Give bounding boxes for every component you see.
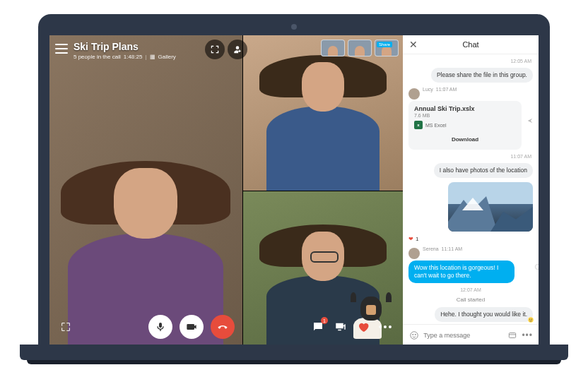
svg-point-8 xyxy=(415,334,416,335)
reaction-count: 1 xyxy=(416,236,418,242)
message-time: 11:11 AM xyxy=(442,246,463,259)
emoji-icon[interactable] xyxy=(408,329,419,342)
sender-name: Lucy xyxy=(423,87,433,100)
call-subtitle: 5 people in the call 1:48:25 | ▦ Gallery xyxy=(74,54,176,60)
attach-icon[interactable] xyxy=(507,329,517,342)
view-mode[interactable]: Gallery xyxy=(158,54,176,60)
video-tile-top-right[interactable] xyxy=(242,35,403,191)
chat-messages[interactable]: 12:05 AM Please share the file in this g… xyxy=(403,54,539,324)
chat-badge: 1 xyxy=(321,317,328,324)
reaction-row[interactable]: ❤ 1 xyxy=(408,236,533,242)
more-options-button[interactable]: ••• xyxy=(377,318,394,335)
input-more-icon[interactable]: ••• xyxy=(522,329,533,342)
grid-icon: ▦ xyxy=(150,54,155,60)
message-bubble[interactable]: Hehe. I thought you would like it. xyxy=(435,307,533,322)
heart-icon: ❤ xyxy=(408,236,413,242)
message-bubble[interactable]: Wow this location is gorgeous! I can't w… xyxy=(408,261,514,283)
file-size: 7.6 MB xyxy=(414,113,516,118)
file-type: x MS Excel xyxy=(414,121,516,129)
message-row: Hehe. I thought you would like it. xyxy=(408,307,533,322)
save-icon[interactable] xyxy=(526,105,534,114)
top-center-controls xyxy=(205,40,247,59)
message-bubble[interactable]: Please share the file in this group. xyxy=(431,68,533,83)
message-row xyxy=(408,182,533,232)
snap-frame-button[interactable] xyxy=(205,40,225,59)
photo-attachment[interactable] xyxy=(448,182,533,232)
pip-thumbnail[interactable] xyxy=(321,40,345,56)
excel-icon: x xyxy=(414,121,423,129)
avatar[interactable] xyxy=(408,248,420,259)
pip-strip xyxy=(321,40,399,56)
chat-header: ✕ Chat xyxy=(403,35,539,54)
message-time: 12:05 AM xyxy=(408,59,533,64)
pip-thumbnail-share[interactable] xyxy=(375,40,399,56)
fullscreen-icon[interactable] xyxy=(58,319,74,335)
reaction-heart-button[interactable] xyxy=(355,318,372,335)
chat-panel: ✕ Chat 12:05 AM Please share the file in… xyxy=(403,35,539,346)
react-icon[interactable] xyxy=(527,316,536,324)
video-grid: Ski Trip Plans 5 people in the call 1:48… xyxy=(49,35,403,346)
laptop-base xyxy=(20,345,568,360)
end-call-button[interactable] xyxy=(211,315,235,339)
download-button[interactable]: Download xyxy=(414,133,516,145)
app-screen: Ski Trip Plans 5 people in the call 1:48… xyxy=(49,35,539,346)
mic-button[interactable] xyxy=(148,315,172,339)
message-time: 11:07 AM xyxy=(436,87,457,100)
file-attachment-card[interactable]: Annual Ski Trip.xslx 7.6 MB x MS Excel D… xyxy=(408,101,522,150)
sender-name: Serena xyxy=(423,246,439,259)
message-row: Lucy 11:07 AM Annual Ski Trip.xslx 7.6 M… xyxy=(408,87,533,150)
camera-button[interactable] xyxy=(180,315,204,339)
svg-point-0 xyxy=(535,264,539,270)
message-row: Serena 11:11 AM Wow this location is gor… xyxy=(408,246,533,283)
svg-point-7 xyxy=(412,334,413,335)
svg-point-4 xyxy=(529,319,530,320)
forward-icon[interactable] xyxy=(526,116,534,125)
chat-title: Chat xyxy=(418,40,523,49)
message-time: 11:07 AM xyxy=(408,154,533,159)
laptop-frame: Ski Trip Plans 5 people in the call 1:48… xyxy=(38,14,550,360)
react-icon[interactable] xyxy=(534,263,539,272)
message-row: I also have photos of the location xyxy=(408,163,533,178)
call-controls-bar: 1 ••• xyxy=(49,315,403,339)
menu-icon[interactable] xyxy=(55,44,68,54)
video-tile-main[interactable] xyxy=(49,35,242,346)
webcam-dot xyxy=(291,24,297,30)
message-bubble[interactable]: I also have photos of the location xyxy=(434,163,533,178)
svg-point-5 xyxy=(531,319,532,320)
share-screen-button[interactable] xyxy=(332,318,349,335)
message-time: 12:07 AM xyxy=(408,287,533,292)
file-name: Annual Ski Trip.xslx xyxy=(414,105,516,112)
svg-rect-9 xyxy=(509,333,515,338)
svg-point-3 xyxy=(528,317,534,323)
avatar[interactable] xyxy=(408,88,420,100)
call-duration: 1:48:25 xyxy=(124,54,143,60)
pip-thumbnail[interactable] xyxy=(348,40,372,56)
svg-point-6 xyxy=(410,332,418,340)
message-input[interactable] xyxy=(423,332,502,339)
call-header: Ski Trip Plans 5 people in the call 1:48… xyxy=(55,41,176,60)
add-people-button[interactable] xyxy=(228,40,247,59)
close-icon[interactable]: ✕ xyxy=(408,40,418,49)
chat-input-bar: ••• xyxy=(403,324,539,346)
call-title: Ski Trip Plans xyxy=(74,41,176,52)
chat-button[interactable]: 1 xyxy=(310,318,327,335)
svg-point-1 xyxy=(536,266,537,267)
participant-count: 5 people in the call xyxy=(74,54,121,60)
message-row: Please share the file in this group. xyxy=(408,68,533,83)
system-message: Call started xyxy=(408,297,533,303)
